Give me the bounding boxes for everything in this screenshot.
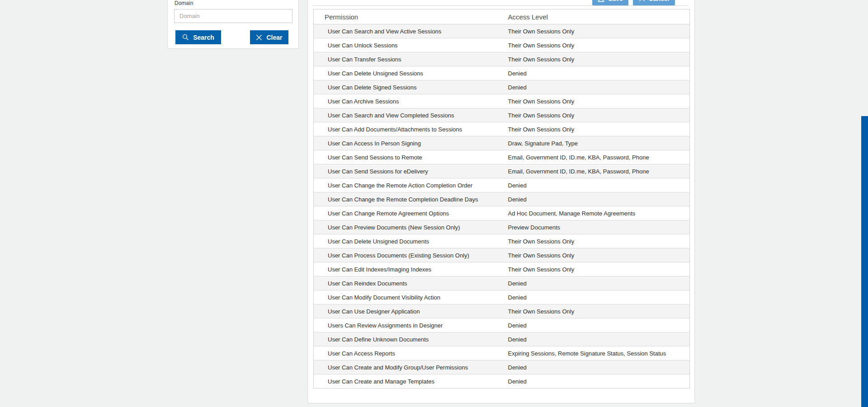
access-level-cell: Denied — [508, 318, 690, 332]
permission-cell: User Can Create and Modify Group/User Pe… — [314, 360, 508, 374]
search-button[interactable]: Search — [175, 30, 221, 44]
access-level-cell: Their Own Sessions Only — [508, 94, 690, 108]
table-row[interactable]: User Can Send Sessions for eDelivery Ema… — [314, 164, 690, 178]
table-row[interactable]: User Can Add Documents/Attachments to Se… — [314, 122, 690, 136]
domain-input[interactable] — [174, 9, 292, 23]
table-row[interactable]: User Can Create and Manage Templates Den… — [314, 374, 690, 388]
permission-cell: User Can Use Designer Application — [314, 304, 508, 318]
permission-cell: User Can Process Documents (Existing Ses… — [314, 248, 508, 262]
permission-cell: User Can Define Unknown Documents — [314, 332, 508, 346]
table-row[interactable]: User Can Search and View Completed Sessi… — [314, 108, 690, 122]
table-row[interactable]: User Can Create and Modify Group/User Pe… — [314, 360, 690, 374]
permission-cell: User Can Edit Indexes/Imaging Indexes — [314, 262, 508, 276]
access-level-cell: Denied — [508, 360, 690, 374]
table-row[interactable]: User Can Access Reports Expiring Session… — [314, 346, 690, 360]
table-row[interactable]: User Can Reindex Documents Denied — [314, 276, 690, 290]
access-level-cell: Denied — [508, 80, 690, 94]
access-level-cell: Their Own Sessions Only — [508, 248, 690, 262]
access-level-cell: Their Own Sessions Only — [508, 38, 690, 52]
access-level-cell: Denied — [508, 66, 690, 80]
table-row[interactable]: User Can Unlock Sessions Their Own Sessi… — [314, 38, 690, 52]
cancel-button-label: Cancel — [649, 0, 670, 2]
table-row[interactable]: User Can Define Unknown Documents Denied — [314, 332, 690, 346]
access-level-cell: Denied — [508, 374, 690, 388]
table-row[interactable]: User Can Process Documents (Existing Ses… — [314, 248, 690, 262]
permission-cell: User Can Delete Signed Sessions — [314, 80, 508, 94]
access-level-cell: Their Own Sessions Only — [508, 52, 690, 66]
access-level-cell: Denied — [508, 178, 690, 192]
column-header-access-level: Access Level — [508, 9, 690, 24]
domain-filter-panel: Domain Search Clear — [167, 0, 299, 49]
scrollbar-thumb[interactable] — [861, 116, 868, 407]
access-level-cell: Their Own Sessions Only — [508, 122, 690, 136]
table-row[interactable]: User Can Send Sessions to Remote Email, … — [314, 150, 690, 164]
table-row[interactable]: User Can Delete Signed Sessions Denied — [314, 80, 690, 94]
save-button-label: Save — [608, 0, 623, 2]
permission-cell: User Can Create and Manage Templates — [314, 374, 508, 388]
table-row[interactable]: User Can Modify Document Visibility Acti… — [314, 290, 690, 304]
permissions-table: Permission Access Level User Can Search … — [313, 9, 690, 388]
permission-cell: User Can Access In Person Signing — [314, 136, 508, 150]
save-button[interactable]: Save — [592, 0, 628, 5]
table-row[interactable]: User Can Archive Sessions Their Own Sess… — [314, 94, 690, 108]
table-body: User Can Search and View Active Sessions… — [314, 24, 690, 388]
access-level-cell: Denied — [508, 192, 690, 206]
table-row[interactable]: User Can Transfer Sessions Their Own Ses… — [314, 52, 690, 66]
access-level-cell: Email, Government ID, ID.me, KBA, Passwo… — [508, 164, 690, 178]
permission-cell: User Can Modify Document Visibility Acti… — [314, 290, 508, 304]
permissions-panel: Save Cancel Permission Access Level User… — [307, 0, 695, 403]
permission-cell: User Can Unlock Sessions — [314, 38, 508, 52]
clear-button[interactable]: Clear — [250, 30, 288, 44]
table-row[interactable]: User Can Change the Remote Completion De… — [314, 192, 690, 206]
permission-cell: User Can Send Sessions for eDelivery — [314, 164, 508, 178]
save-floppy-icon — [598, 0, 604, 2]
access-level-cell: Draw, Signature Pad, Type — [508, 136, 690, 150]
column-header-permission: Permission — [314, 9, 508, 24]
permission-cell: User Can Change the Remote Action Comple… — [314, 178, 508, 192]
access-level-cell: Email, Government ID, ID.me, KBA, Passwo… — [508, 150, 690, 164]
access-level-cell: Denied — [508, 276, 690, 290]
table-row[interactable]: User Can Change the Remote Action Comple… — [314, 178, 690, 192]
permission-cell: User Can Preview Documents (New Session … — [314, 220, 508, 234]
permission-cell: User Can Transfer Sessions — [314, 52, 508, 66]
toolbar-separator — [313, 5, 688, 6]
clear-x-icon — [256, 34, 262, 41]
cancel-x-icon — [639, 0, 645, 2]
permission-cell: User Can Delete Unsigned Documents — [314, 234, 508, 248]
permission-cell: User Can Change the Remote Completion De… — [314, 192, 508, 206]
permission-cell: User Can Add Documents/Attachments to Se… — [314, 122, 508, 136]
table-header-row: Permission Access Level — [314, 9, 690, 24]
permission-cell: User Can Search and View Completed Sessi… — [314, 108, 508, 122]
table-row[interactable]: User Can Use Designer Application Their … — [314, 304, 690, 318]
access-level-cell: Denied — [508, 290, 690, 304]
permission-cell: User Can Reindex Documents — [314, 276, 508, 290]
search-icon — [182, 34, 189, 41]
access-level-cell: Their Own Sessions Only — [508, 262, 690, 276]
table-row[interactable]: User Can Delete Unsigned Documents Their… — [314, 234, 690, 248]
access-level-cell: Their Own Sessions Only — [508, 234, 690, 248]
table-row[interactable]: User Can Change Remote Agreement Options… — [314, 206, 690, 220]
access-level-cell: Preview Documents — [508, 220, 690, 234]
permission-cell: User Can Change Remote Agreement Options — [314, 206, 508, 220]
permission-cell: User Can Access Reports — [314, 346, 508, 360]
access-level-cell: Ad Hoc Document, Manage Remote Agreement… — [508, 206, 690, 220]
permission-cell: User Can Search and View Active Sessions — [314, 24, 508, 38]
permission-cell: User Can Send Sessions to Remote — [314, 150, 508, 164]
permission-cell: User Can Delete Unsigned Sessions — [314, 66, 508, 80]
permission-cell: Users Can Review Assignments in Designer — [314, 318, 508, 332]
table-row[interactable]: User Can Search and View Active Sessions… — [314, 24, 690, 38]
table-row[interactable]: User Can Delete Unsigned Sessions Denied — [314, 66, 690, 80]
access-level-cell: Denied — [508, 332, 690, 346]
search-button-label: Search — [193, 34, 214, 41]
access-level-cell: Their Own Sessions Only — [508, 24, 690, 38]
access-level-cell: Expiring Sessions, Remote Signature Stat… — [508, 346, 690, 360]
table-row[interactable]: User Can Preview Documents (New Session … — [314, 220, 690, 234]
table-row[interactable]: User Can Edit Indexes/Imaging Indexes Th… — [314, 262, 690, 276]
permission-cell: User Can Archive Sessions — [314, 94, 508, 108]
domain-label: Domain — [175, 0, 193, 6]
table-row[interactable]: Users Can Review Assignments in Designer… — [314, 318, 690, 332]
access-level-cell: Their Own Sessions Only — [508, 304, 690, 318]
table-row[interactable]: User Can Access In Person Signing Draw, … — [314, 136, 690, 150]
cancel-button[interactable]: Cancel — [633, 0, 675, 5]
clear-button-label: Clear — [266, 34, 282, 41]
